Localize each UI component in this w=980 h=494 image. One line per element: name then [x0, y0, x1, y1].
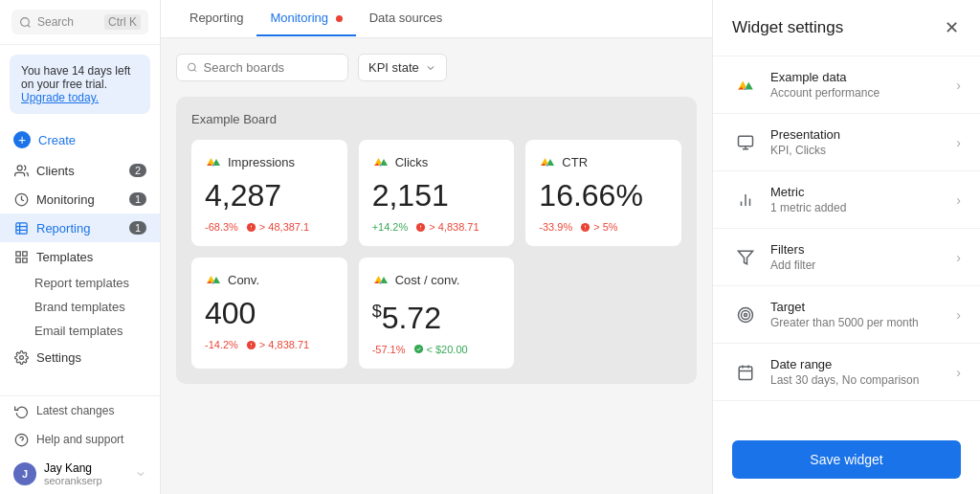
widget-settings-panel: Widget settings ✕ Example data Account p…	[712, 0, 980, 494]
metric-header-ctr: CTR	[539, 153, 668, 170]
section-label-example-data: Example data	[770, 70, 956, 84]
sidebar-item-clients[interactable]: Clients 2	[0, 156, 160, 185]
settings-label: Settings	[36, 350, 81, 365]
upgrade-link[interactable]: Upgrade today.	[21, 91, 99, 104]
panel-section-filters[interactable]: Filters Add filter ›	[713, 229, 980, 286]
panel-section-target[interactable]: Target Greater than 5000 per month ›	[713, 286, 980, 344]
svg-rect-4	[15, 222, 26, 233]
reporting-icon	[13, 220, 29, 236]
sidebar-item-monitoring[interactable]: Monitoring 1	[0, 185, 160, 213]
kpi-dropdown-icon	[425, 62, 436, 74]
section-content-filters: Filters Add filter	[770, 242, 956, 272]
search-kbd: Ctrl K	[104, 14, 141, 30]
presentation-icon	[732, 129, 759, 156]
sidebar-item-help[interactable]: Help and support	[0, 425, 160, 454]
sidebar-item-brand-templates[interactable]: Brand templates	[0, 295, 160, 319]
metric-name-conv: Conv.	[228, 273, 259, 287]
monitoring-badge: 1	[129, 192, 146, 206]
metric-footer-clicks: +14.2% > 4,838.71	[372, 221, 501, 233]
panel-section-metric[interactable]: Metric 1 metric added ›	[713, 171, 980, 229]
section-sublabel-metric: 1 metric added	[770, 201, 956, 214]
save-widget-button[interactable]: Save widget	[732, 440, 961, 479]
metric-value-impressions: 4,287	[205, 178, 334, 213]
metric-change-impressions: -68.3%	[205, 221, 238, 233]
metric-target-clicks: > 4,838.71	[415, 221, 479, 233]
monitoring-icon	[13, 191, 29, 207]
user-profile[interactable]: J Jay Kang seorankserp	[0, 454, 160, 494]
svg-rect-11	[15, 258, 19, 261]
help-label: Help and support	[36, 433, 123, 446]
sidebar-item-latest-changes[interactable]: Latest changes	[0, 396, 160, 425]
panel-section-example-data[interactable]: Example data Account performance ›	[713, 56, 980, 114]
metric-header-impressions: Impressions	[205, 153, 334, 170]
section-arrow-example-data: ›	[956, 78, 961, 93]
top-nav: Reporting Monitoring Data sources	[161, 0, 712, 38]
svg-point-28	[251, 346, 252, 347]
help-icon	[13, 432, 29, 447]
monitoring-label: Monitoring	[36, 192, 95, 207]
tab-monitoring[interactable]: Monitoring	[256, 1, 355, 36]
section-content-target: Target Greater than 5000 per month	[770, 300, 956, 329]
create-button[interactable]: + Create	[0, 124, 160, 156]
board-title: Example Board	[191, 112, 681, 126]
avatar-initials: J	[22, 468, 28, 480]
metric-name-ctr: CTR	[562, 155, 588, 169]
section-label-filters: Filters	[770, 242, 956, 257]
sidebar-item-reporting[interactable]: Reporting 1	[0, 213, 160, 242]
section-sublabel-filters: Add filter	[770, 258, 956, 272]
example-board: Example Board Impressions 4,287 -68.3% >…	[176, 97, 697, 384]
section-arrow-filters: ›	[956, 250, 961, 265]
calendar-icon	[732, 359, 759, 386]
metric-value-clicks: 2,151	[372, 178, 501, 213]
sidebar-item-settings[interactable]: Settings	[0, 343, 160, 371]
sidebar-item-email-templates[interactable]: Email templates	[0, 319, 160, 343]
metric-header-cost-conv: Cost / conv.	[372, 271, 501, 288]
section-sublabel-presentation: KPI, Clicks	[770, 144, 956, 157]
section-content-date-range: Date range Last 30 days, No comparison	[770, 357, 956, 387]
email-templates-label: Email templates	[34, 324, 122, 338]
svg-line-1	[28, 25, 30, 27]
metric-change-cost-conv: -57.1%	[372, 344, 406, 355]
clients-label: Clients	[36, 164, 75, 178]
svg-line-16	[194, 70, 196, 72]
metric-value-conv: 400	[205, 296, 334, 331]
search-boards-icon	[187, 61, 198, 74]
svg-point-2	[17, 165, 22, 169]
search-boards-field[interactable]	[176, 54, 348, 81]
tab-data-sources[interactable]: Data sources	[356, 1, 457, 36]
tab-reporting[interactable]: Reporting	[176, 1, 256, 36]
reporting-badge: 1	[129, 221, 146, 235]
metric-change-clicks: +14.2%	[372, 221, 409, 233]
metric-value-cost-conv: $5.72	[372, 296, 501, 336]
ads-logo-ctr	[539, 153, 556, 170]
templates-icon	[13, 249, 29, 264]
sidebar-search-area: Search Ctrl K	[0, 0, 160, 45]
panel-section-presentation[interactable]: Presentation KPI, Clicks ›	[713, 114, 980, 171]
content-area: KPI state Example Board Impressions 4,28…	[161, 38, 712, 494]
metric-card-ctr: CTR 16.66% -33.9% > 5%	[525, 140, 681, 246]
panel-section-date-range[interactable]: Date range Last 30 days, No comparison ›	[713, 344, 980, 401]
monitoring-tab-label: Monitoring	[270, 11, 328, 25]
metric-footer-conv: -14.2% > 4,838.71	[205, 339, 334, 350]
ads-logo-conv	[205, 271, 222, 288]
close-button[interactable]: ✕	[943, 15, 961, 40]
sidebar-item-templates[interactable]: Templates	[0, 242, 160, 271]
metric-card-clicks: Clicks 2,151 +14.2% > 4,838.71	[359, 140, 515, 246]
report-templates-label: Report templates	[34, 276, 129, 290]
svg-point-15	[188, 63, 195, 71]
filter-icon	[732, 244, 759, 271]
templates-label: Templates	[36, 250, 93, 264]
section-arrow-date-range: ›	[956, 365, 961, 380]
ads-logo-impressions	[205, 153, 222, 170]
kpi-state-button[interactable]: KPI state	[358, 54, 447, 81]
section-arrow-metric: ›	[956, 192, 961, 208]
svg-point-39	[745, 313, 747, 316]
metric-target-ctr: > 5%	[580, 221, 617, 233]
panel-title: Widget settings	[732, 18, 843, 37]
global-search[interactable]: Search Ctrl K	[11, 10, 148, 34]
svg-rect-9	[22, 251, 26, 255]
sidebar-item-report-templates[interactable]: Report templates	[0, 271, 160, 295]
cost-prefix: $	[372, 302, 382, 322]
monitoring-dot	[336, 15, 343, 22]
search-boards-input[interactable]	[204, 60, 338, 75]
